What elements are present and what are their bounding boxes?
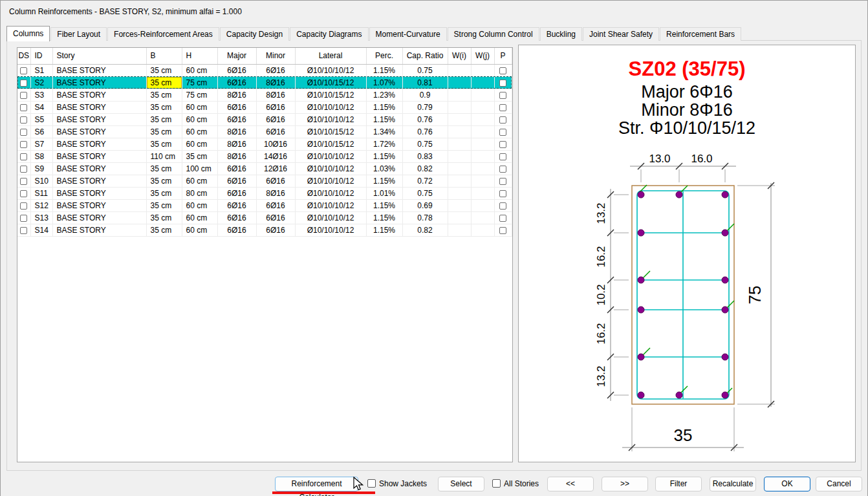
p-checkbox[interactable] bbox=[499, 141, 506, 148]
p-checkbox[interactable] bbox=[499, 178, 506, 185]
tab-strong-column-control[interactable]: Strong Column Control bbox=[448, 27, 539, 41]
table-row-s11[interactable]: S11BASE STORY35 cm80 cm6Ø168Ø16Ø10/10/10… bbox=[17, 187, 512, 199]
ds-checkbox[interactable] bbox=[20, 116, 27, 124]
cell-b: 35 cm bbox=[146, 76, 182, 89]
ds-checkbox[interactable] bbox=[20, 67, 27, 74]
cell-wi bbox=[448, 101, 471, 113]
p-checkbox[interactable] bbox=[499, 92, 506, 99]
ds-checkbox[interactable] bbox=[20, 215, 27, 222]
p-checkbox[interactable] bbox=[499, 202, 506, 210]
tab-buckling[interactable]: Buckling bbox=[540, 27, 582, 41]
p-checkbox[interactable] bbox=[499, 215, 506, 222]
column-header-w-i-[interactable]: W(i) bbox=[448, 48, 471, 64]
all-stories-checkbox[interactable] bbox=[492, 479, 501, 488]
column-header-minor[interactable]: Minor bbox=[256, 48, 295, 64]
cell-cap_ratio: 0.72 bbox=[402, 175, 448, 187]
ds-checkbox[interactable] bbox=[20, 190, 27, 197]
cell-h: 75 cm bbox=[182, 76, 217, 89]
ds-checkbox[interactable] bbox=[20, 80, 27, 87]
tab-fiber-layout[interactable]: Fiber Layout bbox=[50, 27, 107, 41]
p-checkbox[interactable] bbox=[499, 190, 506, 197]
tab-columns[interactable]: Columns bbox=[6, 26, 50, 41]
cell-h: 60 cm bbox=[182, 199, 217, 211]
table-row-s8[interactable]: S8BASE STORY110 cm35 cm8Ø1614Ø16Ø10/10/1… bbox=[17, 150, 512, 162]
column-header-w-j-[interactable]: W(j) bbox=[471, 48, 494, 64]
column-header-p[interactable]: P bbox=[494, 48, 512, 64]
cell-story: BASE STORY bbox=[52, 76, 146, 89]
p-checkbox[interactable] bbox=[499, 166, 506, 173]
show-jackets-checkbox[interactable] bbox=[367, 479, 376, 488]
ds-checkbox[interactable] bbox=[20, 166, 27, 173]
tab-reinforcement-bars[interactable]: Reinforcement Bars bbox=[660, 27, 741, 41]
table-row-s4[interactable]: S4BASE STORY35 cm60 cm6Ø166Ø16Ø10/10/10/… bbox=[17, 101, 512, 113]
cancel-button[interactable]: Cancel bbox=[816, 477, 862, 491]
table-row-s12[interactable]: S12BASE STORY35 cm60 cm6Ø166Ø16Ø10/10/10… bbox=[17, 199, 512, 211]
p-checkbox[interactable] bbox=[499, 116, 506, 124]
column-header-lateral[interactable]: Lateral bbox=[295, 48, 366, 64]
cell-cap_ratio: 0.78 bbox=[402, 211, 448, 224]
ds-checkbox[interactable] bbox=[20, 153, 27, 160]
tab-moment-curvature[interactable]: Moment-Curvature bbox=[369, 27, 447, 41]
dim-left-1: 13.2 bbox=[595, 202, 607, 224]
cell-wj bbox=[471, 101, 494, 113]
column-header-perc-[interactable]: Perc. bbox=[366, 48, 402, 64]
cell-story: BASE STORY bbox=[52, 150, 146, 162]
table-row-s5[interactable]: S5BASE STORY35 cm60 cm6Ø166Ø16Ø10/10/10/… bbox=[17, 113, 512, 125]
ds-checkbox[interactable] bbox=[20, 104, 27, 111]
dim-bottom-35: 35 bbox=[674, 426, 693, 445]
previous-button[interactable]: << bbox=[547, 477, 594, 491]
p-checkbox[interactable] bbox=[499, 67, 506, 74]
column-header-story[interactable]: Story bbox=[52, 48, 146, 64]
tab-joint-shear-safety[interactable]: Joint Shear Safety bbox=[583, 27, 659, 41]
ds-checkbox[interactable] bbox=[20, 202, 27, 210]
table-row-s7[interactable]: S7BASE STORY35 cm60 cm8Ø1610Ø16Ø10/10/15… bbox=[17, 138, 512, 150]
tab-bar: ColumnsFiber LayoutForces-Reinforcement … bbox=[6, 26, 862, 41]
tab-capacity-diagrams[interactable]: Capacity Diagrams bbox=[290, 27, 368, 41]
table-row-s14[interactable]: S14BASE STORY35 cm60 cm6Ø166Ø16Ø10/10/10… bbox=[17, 224, 512, 236]
table-row-s2[interactable]: S2BASE STORY35 cm75 cm6Ø168Ø16Ø10/10/15/… bbox=[17, 76, 512, 89]
column-header-id[interactable]: ID bbox=[30, 48, 52, 64]
column-header-h[interactable]: H bbox=[182, 48, 217, 64]
p-checkbox[interactable] bbox=[499, 153, 506, 160]
table-row-s1[interactable]: S1BASE STORY35 cm60 cm6Ø166Ø16Ø10/10/10/… bbox=[17, 64, 512, 76]
ok-button[interactable]: OK bbox=[764, 477, 810, 491]
ds-checkbox[interactable] bbox=[20, 141, 27, 148]
table-row-s3[interactable]: S3BASE STORY35 cm75 cm8Ø168Ø16Ø10/10/15/… bbox=[17, 89, 512, 101]
cell-wj bbox=[471, 211, 494, 224]
ds-checkbox[interactable] bbox=[20, 129, 27, 136]
cell-cap_ratio: 0.9 bbox=[402, 89, 448, 101]
tab-forces-reinforcement-areas[interactable]: Forces-Reinforcement Areas bbox=[107, 27, 219, 41]
ds-checkbox[interactable] bbox=[20, 92, 27, 99]
next-button[interactable]: >> bbox=[602, 477, 648, 491]
table-row-s6[interactable]: S6BASE STORY35 cm60 cm8Ø166Ø16Ø10/10/15/… bbox=[17, 125, 512, 138]
column-header-ds[interactable]: DS bbox=[17, 48, 30, 64]
cell-story: BASE STORY bbox=[52, 138, 146, 150]
table-row-s13[interactable]: S13BASE STORY35 cm60 cm6Ø166Ø16Ø10/10/10… bbox=[17, 211, 512, 224]
cell-lateral: Ø10/10/15/12 bbox=[295, 89, 366, 101]
table-row-s10[interactable]: S10BASE STORY35 cm60 cm6Ø166Ø16Ø10/10/10… bbox=[17, 175, 512, 187]
recalculate-button[interactable]: Recalculate bbox=[710, 477, 756, 491]
cell-perc: 1.34% bbox=[366, 125, 402, 138]
column-header-major[interactable]: Major bbox=[217, 48, 256, 64]
ds-checkbox[interactable] bbox=[20, 227, 27, 234]
cell-p bbox=[494, 64, 512, 76]
select-button[interactable]: Select bbox=[438, 477, 484, 491]
ds-checkbox[interactable] bbox=[20, 178, 27, 185]
cell-p bbox=[494, 125, 512, 138]
cell-lateral: Ø10/10/10/12 bbox=[295, 101, 366, 113]
p-checkbox[interactable] bbox=[499, 129, 506, 136]
column-header-b[interactable]: B bbox=[146, 48, 182, 64]
cell-minor: 12Ø16 bbox=[256, 162, 295, 175]
cell-p bbox=[494, 150, 512, 162]
columns-table-container: DSIDStoryBHMajorMinorLateralPerc.Cap. Ra… bbox=[17, 47, 513, 462]
p-checkbox[interactable] bbox=[499, 104, 506, 111]
cell-story: BASE STORY bbox=[52, 113, 146, 125]
p-checkbox[interactable] bbox=[499, 80, 506, 87]
p-checkbox[interactable] bbox=[499, 227, 506, 234]
tab-capacity-design[interactable]: Capacity Design bbox=[220, 27, 289, 41]
column-header-cap-ratio[interactable]: Cap. Ratio bbox=[402, 48, 448, 64]
table-row-s9[interactable]: S9BASE STORY35 cm100 cm6Ø1612Ø16Ø10/10/1… bbox=[17, 162, 512, 175]
reinforcement-calculator-button[interactable]: Reinforcement Calculator bbox=[275, 477, 358, 491]
cell-wi bbox=[448, 199, 471, 211]
filter-button[interactable]: Filter bbox=[655, 477, 702, 491]
